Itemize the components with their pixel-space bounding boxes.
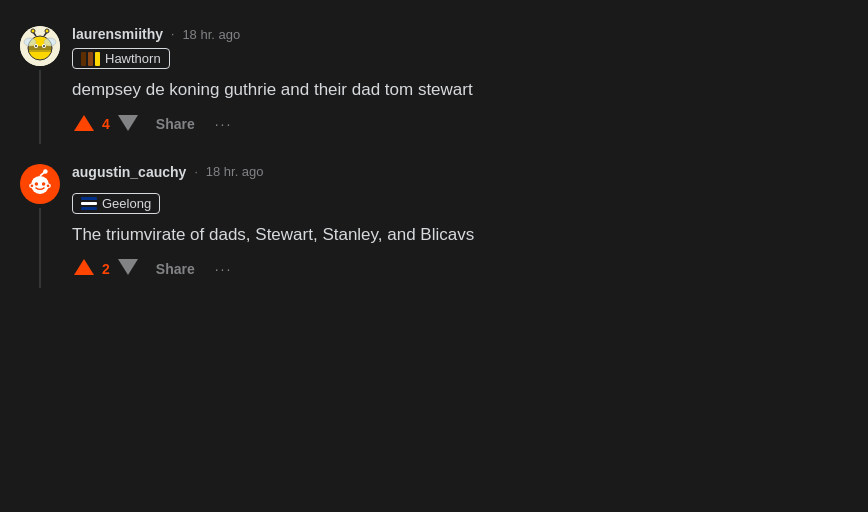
comment-content: laurensmiithy · 18 hr. ago Hawthorn demp… xyxy=(72,26,848,144)
avatar xyxy=(20,26,60,66)
comment-body: dempsey de koning guthrie and their dad … xyxy=(72,77,848,103)
svg-point-18 xyxy=(43,169,48,174)
vote-section: 4 xyxy=(72,113,140,136)
comment-item: augustin_cauchy · 18 hr. ago Geelong The… xyxy=(20,154,848,299)
upvote-arrow-icon xyxy=(74,115,94,131)
upvote-arrow-icon xyxy=(74,259,94,275)
svg-point-13 xyxy=(24,38,36,46)
downvote-button[interactable] xyxy=(116,257,140,280)
svg-point-10 xyxy=(31,29,35,33)
flair-icon xyxy=(81,52,100,66)
comment-actions: 2 Share ··· xyxy=(72,257,848,280)
username: laurensmiithy xyxy=(72,26,163,42)
comment-header: laurensmiithy · 18 hr. ago xyxy=(72,26,848,42)
separator: · xyxy=(171,27,174,41)
comment-actions: 4 Share ··· xyxy=(72,113,848,136)
svg-point-14 xyxy=(44,38,56,46)
more-options-button[interactable]: ··· xyxy=(211,259,237,279)
thread-line xyxy=(39,70,41,144)
vote-count: 2 xyxy=(102,261,110,277)
username: augustin_cauchy xyxy=(72,164,186,180)
flair-bar-2 xyxy=(88,52,93,66)
svg-point-7 xyxy=(35,45,37,47)
comment-body: The triumvirate of dads, Stewart, Stanle… xyxy=(72,222,848,248)
svg-point-20 xyxy=(42,182,46,186)
flair-badge: Geelong xyxy=(72,193,160,214)
timestamp: 18 hr. ago xyxy=(206,164,264,179)
comment-left-col xyxy=(20,26,60,144)
svg-point-12 xyxy=(45,29,49,33)
svg-point-19 xyxy=(35,182,39,186)
flair-badge: Hawthorn xyxy=(72,48,170,69)
thread-line xyxy=(39,208,41,289)
svg-point-23 xyxy=(31,184,34,187)
flair-line-1 xyxy=(81,197,97,200)
flair-bar-1 xyxy=(81,52,86,66)
flair-label: Geelong xyxy=(102,196,151,211)
downvote-arrow-icon xyxy=(118,259,138,275)
svg-point-8 xyxy=(43,45,45,47)
flair-line-3 xyxy=(81,207,97,210)
flair-bar-3 xyxy=(95,52,100,66)
downvote-button[interactable] xyxy=(116,113,140,136)
svg-rect-3 xyxy=(28,46,52,50)
upvote-button[interactable] xyxy=(72,257,96,280)
vote-count: 4 xyxy=(102,116,110,132)
svg-point-24 xyxy=(47,184,50,187)
share-button[interactable]: Share xyxy=(152,114,199,134)
comment-thread: laurensmiithy · 18 hr. ago Hawthorn demp… xyxy=(20,16,848,298)
vote-section: 2 xyxy=(72,257,140,280)
share-button[interactable]: Share xyxy=(152,259,199,279)
comment-item: laurensmiithy · 18 hr. ago Hawthorn demp… xyxy=(20,16,848,154)
timestamp: 18 hr. ago xyxy=(182,27,240,42)
flair-line-2 xyxy=(81,202,97,205)
downvote-arrow-icon xyxy=(118,115,138,131)
upvote-button[interactable] xyxy=(72,113,96,136)
comment-content: augustin_cauchy · 18 hr. ago Geelong The… xyxy=(72,164,848,289)
avatar xyxy=(20,164,60,204)
more-options-button[interactable]: ··· xyxy=(211,114,237,134)
comment-left-col xyxy=(20,164,60,289)
flair-icon xyxy=(81,197,97,210)
svg-rect-4 xyxy=(28,50,52,52)
separator: · xyxy=(194,165,197,179)
comment-header: augustin_cauchy · 18 hr. ago xyxy=(72,164,848,180)
flair-label: Hawthorn xyxy=(105,51,161,66)
